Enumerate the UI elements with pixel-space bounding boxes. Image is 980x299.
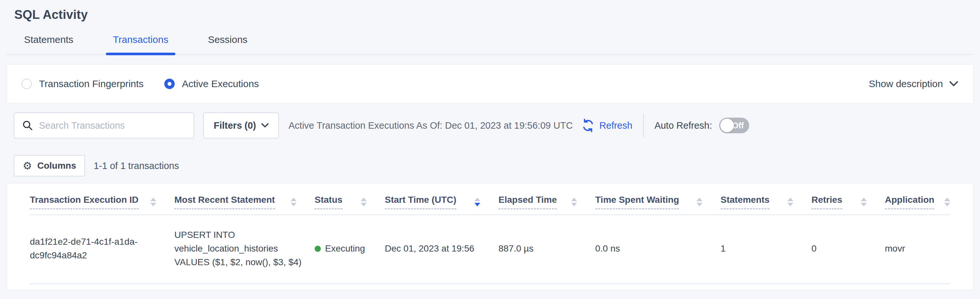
status-label: Executing: [325, 242, 365, 256]
toggle-state-label: Off: [732, 121, 744, 130]
results-bar: ⚙ Columns 1-1 of 1 transactions: [14, 155, 973, 176]
toolbar: Filters (0) Active Transaction Execution…: [14, 112, 973, 139]
toggle-knob: [720, 118, 734, 132]
gear-icon: ⚙: [23, 161, 32, 171]
auto-refresh-control: Auto Refresh: Off: [654, 118, 749, 133]
auto-refresh-toggle[interactable]: Off: [719, 118, 749, 133]
refresh-icon: [581, 118, 595, 132]
tab-bar: Statements Transactions Sessions: [7, 34, 973, 55]
radio-active-executions[interactable]: Active Executions: [164, 78, 259, 90]
chevron-down-icon: [950, 81, 958, 86]
search-box: [14, 112, 194, 138]
cell-most-recent-statement: UPSERT INTO vehicle_location_histories V…: [174, 228, 315, 269]
sql-activity-page: SQL Activity Statements Transactions Ses…: [0, 0, 980, 299]
cell-transaction-execution-id[interactable]: da1f21e2-de71-4c1f-a1da-dc9fc94a84a2: [30, 235, 174, 262]
view-mode-radio-group: Transaction Fingerprints Active Executio…: [21, 78, 259, 90]
radio-selected-icon: [164, 78, 175, 89]
radio-transaction-fingerprints[interactable]: Transaction Fingerprints: [21, 78, 143, 90]
header-time-spent-waiting[interactable]: Time Spent Waiting: [595, 195, 721, 209]
header-status[interactable]: Status: [315, 195, 385, 209]
filters-label: Filters (0): [214, 120, 256, 131]
table-row: da1f21e2-de71-4c1f-a1da-dc9fc94a84a2 UPS…: [30, 215, 950, 284]
search-input[interactable]: [14, 113, 194, 138]
header-most-recent-statement[interactable]: Most Recent Statement: [174, 195, 315, 209]
sort-icon: [150, 198, 156, 206]
tab-transactions[interactable]: Transactions: [113, 34, 169, 54]
sort-icon: [571, 198, 577, 206]
page-header: SQL Activity: [0, 0, 980, 22]
sort-icon-active-desc: [474, 198, 480, 206]
sort-icon: [861, 198, 867, 206]
columns-button-label: Columns: [37, 161, 76, 171]
sort-icon: [361, 198, 367, 206]
sort-icon: [291, 198, 296, 206]
header-elapsed-time[interactable]: Elapsed Time: [498, 195, 595, 209]
auto-refresh-label: Auto Refresh:: [654, 120, 712, 131]
status-executing-dot-icon: [315, 246, 321, 252]
refresh-button[interactable]: Refresh: [581, 118, 633, 132]
header-retries[interactable]: Retries: [811, 195, 885, 209]
as-of-timestamp: Active Transaction Executions As Of: Dec…: [289, 120, 573, 131]
cell-time-spent-waiting: 0.0 ns: [595, 242, 721, 256]
radio-unselected-icon: [21, 78, 32, 89]
table-header-row: Transaction Execution ID Most Recent Sta…: [30, 184, 950, 215]
cell-application: movr: [885, 242, 950, 256]
radio-label: Transaction Fingerprints: [39, 78, 143, 90]
view-mode-card: Transaction Fingerprints Active Executio…: [7, 65, 973, 103]
toolbar-divider: [643, 114, 644, 137]
tab-statements[interactable]: Statements: [24, 34, 73, 54]
header-transaction-execution-id[interactable]: Transaction Execution ID: [30, 195, 174, 209]
cell-statements: 1: [721, 242, 811, 256]
tab-sessions[interactable]: Sessions: [208, 34, 247, 54]
chevron-down-icon: [261, 123, 269, 128]
results-count: 1-1 of 1 transactions: [94, 161, 179, 171]
refresh-label: Refresh: [600, 120, 633, 131]
cell-elapsed-time: 887.0 µs: [498, 242, 595, 256]
sort-icon: [788, 198, 793, 206]
show-description-label: Show description: [869, 78, 943, 90]
filters-button[interactable]: Filters (0): [203, 112, 279, 138]
cell-status: Executing: [315, 242, 385, 256]
sort-icon: [697, 198, 702, 206]
show-description-toggle[interactable]: Show description: [869, 78, 958, 90]
sort-icon: [944, 198, 950, 206]
cell-start-time: Dec 01, 2023 at 19:56: [385, 242, 498, 256]
page-title: SQL Activity: [14, 8, 980, 22]
search-icon: [22, 120, 33, 131]
columns-button[interactable]: ⚙ Columns: [14, 155, 85, 176]
header-application[interactable]: Application: [885, 195, 950, 209]
radio-label: Active Executions: [182, 78, 259, 90]
transactions-table: Transaction Execution ID Most Recent Sta…: [7, 184, 973, 289]
header-start-time[interactable]: Start Time (UTC): [385, 195, 498, 209]
cell-retries: 0: [811, 242, 885, 256]
header-statements[interactable]: Statements: [721, 195, 811, 209]
